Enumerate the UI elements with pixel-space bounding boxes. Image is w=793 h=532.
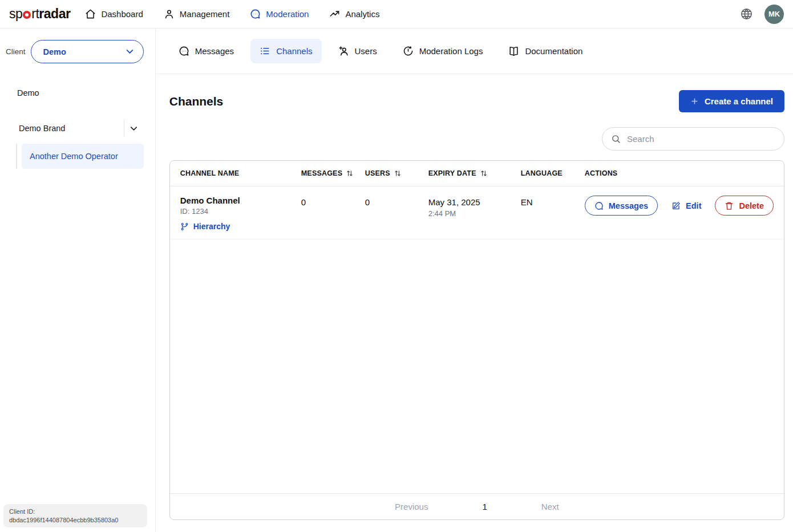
nav-item-label: Management xyxy=(180,9,230,19)
row-edit-button[interactable]: Edit xyxy=(671,201,701,210)
search-box xyxy=(602,127,784,151)
tab-documentation[interactable]: Documentation xyxy=(499,39,592,63)
delete-button-label: Delete xyxy=(739,201,764,210)
top-nav: sprtradar Dashboard Management Moderatio… xyxy=(0,0,793,29)
person-icon xyxy=(164,9,175,19)
brand-expand-toggle[interactable] xyxy=(124,123,144,134)
main-panel: Messages Channels Users Moderation Logs xyxy=(156,29,793,532)
tab-channels[interactable]: Channels xyxy=(250,39,321,63)
client-select[interactable]: Demo xyxy=(31,40,144,63)
table-row: Demo Channel ID: 1234 Hierarchy 0 0 May … xyxy=(170,186,784,239)
cell-language: EN xyxy=(521,197,585,207)
client-id-box: Client ID: dbdac1996f144087804ecbb9b3580… xyxy=(3,504,147,527)
client-id-label: Client ID: xyxy=(9,508,141,515)
nav-item-management[interactable]: Management xyxy=(164,9,230,19)
logo-text-bold: radar xyxy=(39,6,70,22)
tree-item-brand-label: Demo Brand xyxy=(19,124,65,133)
tab-label: Channels xyxy=(276,46,312,56)
channels-table: CHANNEL NAME MESSAGES USERS xyxy=(169,160,784,520)
client-hierarchy-tree: Demo Demo Brand Another Demo Operator xyxy=(0,88,155,169)
search-icon xyxy=(611,134,621,144)
table-header-row: CHANNEL NAME MESSAGES USERS xyxy=(170,161,784,186)
row-delete-button[interactable]: Delete xyxy=(715,196,774,216)
edit-icon xyxy=(671,201,681,210)
branch-icon xyxy=(180,222,189,231)
primary-nav: Dashboard Management Moderation Analytic… xyxy=(85,9,379,19)
tab-label: Moderation Logs xyxy=(419,46,483,56)
tab-label: Messages xyxy=(195,46,234,56)
page-title: Channels xyxy=(169,95,224,108)
tree-item-brand[interactable]: Demo Brand xyxy=(19,120,144,137)
chat-icon xyxy=(179,46,189,56)
pagination-next[interactable]: Next xyxy=(541,502,559,511)
client-label: Client xyxy=(6,47,26,56)
logo-text: sp xyxy=(9,6,22,22)
history-icon xyxy=(403,46,414,56)
pagination: Previous 1 Next xyxy=(170,493,784,519)
client-sidebar: Client Demo Demo Demo Brand Another Demo… xyxy=(0,29,156,532)
nav-item-label: Dashboard xyxy=(101,9,143,19)
nav-item-analytics[interactable]: Analytics xyxy=(329,9,379,19)
tab-label: Users xyxy=(355,46,377,56)
nav-item-moderation[interactable]: Moderation xyxy=(250,9,309,19)
nav-item-label: Moderation xyxy=(266,9,309,19)
cell-expiry-date: May 31, 2025 2:44 PM xyxy=(428,196,521,218)
nav-item-label: Analytics xyxy=(345,9,379,19)
sort-icon[interactable] xyxy=(346,169,354,177)
table-empty-space xyxy=(170,239,784,493)
col-header-language: LANGUAGE xyxy=(521,169,585,177)
chevron-down-icon xyxy=(124,46,135,57)
tab-messages[interactable]: Messages xyxy=(169,39,243,63)
sort-icon[interactable] xyxy=(480,169,488,177)
pagination-previous[interactable]: Previous xyxy=(395,502,428,511)
tree-item-client[interactable]: Demo xyxy=(0,88,155,98)
col-header-users: USERS xyxy=(365,169,428,177)
hierarchy-link[interactable]: Hierarchy xyxy=(180,222,301,231)
user-avatar[interactable]: MK xyxy=(764,5,784,24)
cell-users-count: 0 xyxy=(365,197,428,207)
row-messages-button[interactable]: Messages xyxy=(585,196,658,216)
col-header-messages: MESSAGES xyxy=(301,169,365,177)
col-header-channel-name: CHANNEL NAME xyxy=(180,169,301,177)
col-header-expiry-date: EXPIRY DATE xyxy=(428,169,521,177)
chat-icon xyxy=(594,201,604,210)
channel-name: Demo Channel xyxy=(180,196,301,205)
edit-button-label: Edit xyxy=(686,201,701,210)
logo-target-icon xyxy=(23,11,31,19)
chat-smile-icon xyxy=(250,9,261,19)
client-select-value: Demo xyxy=(43,47,66,56)
cell-messages-count: 0 xyxy=(301,197,365,207)
tree-item-operator-selected[interactable]: Another Demo Operator xyxy=(22,144,144,169)
home-icon xyxy=(85,9,96,19)
cell-actions: Messages Edit Delete xyxy=(585,196,774,216)
client-id-value: dbdac1996f144087804ecbb9b35803a0 xyxy=(9,517,141,523)
book-icon xyxy=(508,46,519,56)
sort-icon[interactable] xyxy=(394,169,402,177)
pagination-page-1[interactable]: 1 xyxy=(482,502,487,511)
logo-text: rt xyxy=(31,6,39,22)
search-input[interactable] xyxy=(602,127,784,151)
nav-item-dashboard[interactable]: Dashboard xyxy=(85,9,143,19)
globe-icon[interactable] xyxy=(740,7,753,21)
tab-label: Documentation xyxy=(525,46,582,56)
col-header-actions: ACTIONS xyxy=(585,169,774,177)
top-nav-right: MK xyxy=(740,5,784,24)
trend-icon xyxy=(329,9,340,19)
create-channel-label: Create a channel xyxy=(705,96,773,106)
tab-users[interactable]: Users xyxy=(329,39,386,63)
plus-icon xyxy=(690,97,699,105)
expiry-time: 2:44 PM xyxy=(428,209,521,218)
trash-icon xyxy=(725,201,734,210)
cell-channel-name: Demo Channel ID: 1234 Hierarchy xyxy=(180,196,301,231)
user-star-icon xyxy=(338,46,349,56)
channel-id: ID: 1234 xyxy=(180,207,301,216)
expiry-date: May 31, 2025 xyxy=(428,197,521,207)
create-channel-button[interactable]: Create a channel xyxy=(679,90,784,112)
moderation-tabs: Messages Channels Users Moderation Logs xyxy=(156,29,793,74)
messages-button-label: Messages xyxy=(609,201,648,210)
list-icon xyxy=(260,46,270,56)
hierarchy-label: Hierarchy xyxy=(193,222,230,231)
tab-moderation-logs[interactable]: Moderation Logs xyxy=(394,39,492,63)
sportradar-logo[interactable]: sprtradar xyxy=(9,6,70,22)
